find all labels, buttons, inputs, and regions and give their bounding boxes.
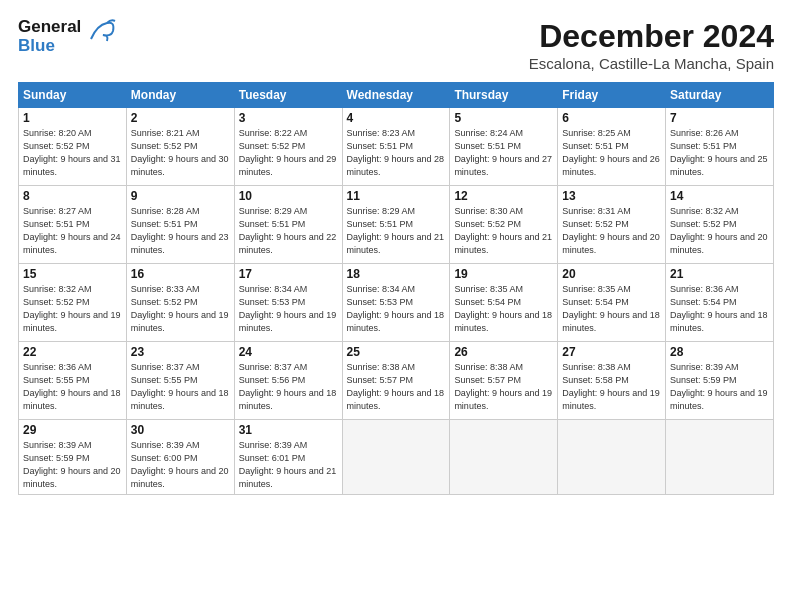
month-title: December 2024 bbox=[529, 18, 774, 55]
header-friday: Friday bbox=[558, 83, 666, 108]
table-row: 26Sunrise: 8:38 AMSunset: 5:57 PMDayligh… bbox=[450, 342, 558, 420]
day-info: Sunrise: 8:34 AMSunset: 5:53 PMDaylight:… bbox=[239, 284, 337, 333]
day-number: 29 bbox=[23, 423, 122, 437]
table-row: 17Sunrise: 8:34 AMSunset: 5:53 PMDayligh… bbox=[234, 264, 342, 342]
day-info: Sunrise: 8:24 AMSunset: 5:51 PMDaylight:… bbox=[454, 128, 552, 177]
day-info: Sunrise: 8:36 AMSunset: 5:55 PMDaylight:… bbox=[23, 362, 121, 411]
day-info: Sunrise: 8:39 AMSunset: 6:00 PMDaylight:… bbox=[131, 440, 229, 489]
day-info: Sunrise: 8:29 AMSunset: 5:51 PMDaylight:… bbox=[347, 206, 445, 255]
day-info: Sunrise: 8:38 AMSunset: 5:58 PMDaylight:… bbox=[562, 362, 660, 411]
day-number: 1 bbox=[23, 111, 122, 125]
day-info: Sunrise: 8:33 AMSunset: 5:52 PMDaylight:… bbox=[131, 284, 229, 333]
table-row: 24Sunrise: 8:37 AMSunset: 5:56 PMDayligh… bbox=[234, 342, 342, 420]
day-number: 24 bbox=[239, 345, 338, 359]
day-number: 26 bbox=[454, 345, 553, 359]
table-row: 5Sunrise: 8:24 AMSunset: 5:51 PMDaylight… bbox=[450, 108, 558, 186]
day-info: Sunrise: 8:39 AMSunset: 5:59 PMDaylight:… bbox=[23, 440, 121, 489]
table-row: 13Sunrise: 8:31 AMSunset: 5:52 PMDayligh… bbox=[558, 186, 666, 264]
day-info: Sunrise: 8:32 AMSunset: 5:52 PMDaylight:… bbox=[23, 284, 121, 333]
logo: General Blue bbox=[18, 18, 117, 55]
header-monday: Monday bbox=[126, 83, 234, 108]
day-info: Sunrise: 8:37 AMSunset: 5:56 PMDaylight:… bbox=[239, 362, 337, 411]
day-number: 30 bbox=[131, 423, 230, 437]
table-row: 2Sunrise: 8:21 AMSunset: 5:52 PMDaylight… bbox=[126, 108, 234, 186]
logo-blue: Blue bbox=[18, 37, 81, 56]
table-row: 12Sunrise: 8:30 AMSunset: 5:52 PMDayligh… bbox=[450, 186, 558, 264]
day-info: Sunrise: 8:34 AMSunset: 5:53 PMDaylight:… bbox=[347, 284, 445, 333]
subtitle: Escalona, Castille-La Mancha, Spain bbox=[529, 55, 774, 72]
day-info: Sunrise: 8:29 AMSunset: 5:51 PMDaylight:… bbox=[239, 206, 337, 255]
table-row: 25Sunrise: 8:38 AMSunset: 5:57 PMDayligh… bbox=[342, 342, 450, 420]
day-number: 16 bbox=[131, 267, 230, 281]
table-row: 19Sunrise: 8:35 AMSunset: 5:54 PMDayligh… bbox=[450, 264, 558, 342]
table-row bbox=[450, 420, 558, 495]
day-number: 21 bbox=[670, 267, 769, 281]
day-number: 19 bbox=[454, 267, 553, 281]
header-wednesday: Wednesday bbox=[342, 83, 450, 108]
table-row: 16Sunrise: 8:33 AMSunset: 5:52 PMDayligh… bbox=[126, 264, 234, 342]
table-row: 30Sunrise: 8:39 AMSunset: 6:00 PMDayligh… bbox=[126, 420, 234, 495]
day-info: Sunrise: 8:31 AMSunset: 5:52 PMDaylight:… bbox=[562, 206, 660, 255]
table-row: 1Sunrise: 8:20 AMSunset: 5:52 PMDaylight… bbox=[19, 108, 127, 186]
table-row: 3Sunrise: 8:22 AMSunset: 5:52 PMDaylight… bbox=[234, 108, 342, 186]
day-number: 31 bbox=[239, 423, 338, 437]
day-number: 11 bbox=[347, 189, 446, 203]
day-info: Sunrise: 8:30 AMSunset: 5:52 PMDaylight:… bbox=[454, 206, 552, 255]
day-number: 4 bbox=[347, 111, 446, 125]
header-saturday: Saturday bbox=[666, 83, 774, 108]
day-info: Sunrise: 8:26 AMSunset: 5:51 PMDaylight:… bbox=[670, 128, 768, 177]
day-number: 12 bbox=[454, 189, 553, 203]
day-number: 15 bbox=[23, 267, 122, 281]
day-number: 9 bbox=[131, 189, 230, 203]
table-row: 9Sunrise: 8:28 AMSunset: 5:51 PMDaylight… bbox=[126, 186, 234, 264]
day-number: 20 bbox=[562, 267, 661, 281]
table-row: 10Sunrise: 8:29 AMSunset: 5:51 PMDayligh… bbox=[234, 186, 342, 264]
day-info: Sunrise: 8:25 AMSunset: 5:51 PMDaylight:… bbox=[562, 128, 660, 177]
header-sunday: Sunday bbox=[19, 83, 127, 108]
day-number: 3 bbox=[239, 111, 338, 125]
table-row bbox=[342, 420, 450, 495]
day-info: Sunrise: 8:20 AMSunset: 5:52 PMDaylight:… bbox=[23, 128, 121, 177]
calendar-table: Sunday Monday Tuesday Wednesday Thursday… bbox=[18, 82, 774, 495]
day-number: 6 bbox=[562, 111, 661, 125]
table-row: 28Sunrise: 8:39 AMSunset: 5:59 PMDayligh… bbox=[666, 342, 774, 420]
day-number: 10 bbox=[239, 189, 338, 203]
day-number: 13 bbox=[562, 189, 661, 203]
day-number: 8 bbox=[23, 189, 122, 203]
table-row: 11Sunrise: 8:29 AMSunset: 5:51 PMDayligh… bbox=[342, 186, 450, 264]
day-number: 2 bbox=[131, 111, 230, 125]
calendar-header-row: Sunday Monday Tuesday Wednesday Thursday… bbox=[19, 83, 774, 108]
table-row: 7Sunrise: 8:26 AMSunset: 5:51 PMDaylight… bbox=[666, 108, 774, 186]
table-row bbox=[666, 420, 774, 495]
day-number: 17 bbox=[239, 267, 338, 281]
table-row: 23Sunrise: 8:37 AMSunset: 5:55 PMDayligh… bbox=[126, 342, 234, 420]
day-number: 22 bbox=[23, 345, 122, 359]
logo-general: General bbox=[18, 18, 81, 37]
day-number: 28 bbox=[670, 345, 769, 359]
day-info: Sunrise: 8:32 AMSunset: 5:52 PMDaylight:… bbox=[670, 206, 768, 255]
header-tuesday: Tuesday bbox=[234, 83, 342, 108]
table-row: 8Sunrise: 8:27 AMSunset: 5:51 PMDaylight… bbox=[19, 186, 127, 264]
logo-bird-icon bbox=[87, 17, 117, 52]
day-number: 23 bbox=[131, 345, 230, 359]
header: General Blue December 2024 Escalona, Cas… bbox=[18, 18, 774, 72]
table-row: 6Sunrise: 8:25 AMSunset: 5:51 PMDaylight… bbox=[558, 108, 666, 186]
day-info: Sunrise: 8:38 AMSunset: 5:57 PMDaylight:… bbox=[347, 362, 445, 411]
day-info: Sunrise: 8:39 AMSunset: 5:59 PMDaylight:… bbox=[670, 362, 768, 411]
table-row: 4Sunrise: 8:23 AMSunset: 5:51 PMDaylight… bbox=[342, 108, 450, 186]
page: General Blue December 2024 Escalona, Cas… bbox=[0, 0, 792, 612]
day-info: Sunrise: 8:35 AMSunset: 5:54 PMDaylight:… bbox=[454, 284, 552, 333]
day-info: Sunrise: 8:23 AMSunset: 5:51 PMDaylight:… bbox=[347, 128, 445, 177]
title-block: December 2024 Escalona, Castille-La Manc… bbox=[529, 18, 774, 72]
table-row: 27Sunrise: 8:38 AMSunset: 5:58 PMDayligh… bbox=[558, 342, 666, 420]
table-row: 18Sunrise: 8:34 AMSunset: 5:53 PMDayligh… bbox=[342, 264, 450, 342]
day-number: 5 bbox=[454, 111, 553, 125]
day-info: Sunrise: 8:36 AMSunset: 5:54 PMDaylight:… bbox=[670, 284, 768, 333]
day-info: Sunrise: 8:21 AMSunset: 5:52 PMDaylight:… bbox=[131, 128, 229, 177]
day-number: 14 bbox=[670, 189, 769, 203]
table-row: 29Sunrise: 8:39 AMSunset: 5:59 PMDayligh… bbox=[19, 420, 127, 495]
day-number: 27 bbox=[562, 345, 661, 359]
header-thursday: Thursday bbox=[450, 83, 558, 108]
day-info: Sunrise: 8:38 AMSunset: 5:57 PMDaylight:… bbox=[454, 362, 552, 411]
table-row: 22Sunrise: 8:36 AMSunset: 5:55 PMDayligh… bbox=[19, 342, 127, 420]
